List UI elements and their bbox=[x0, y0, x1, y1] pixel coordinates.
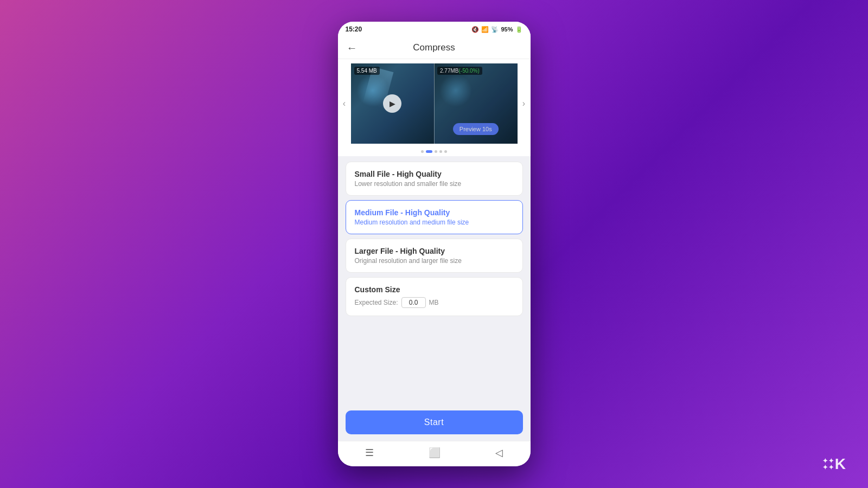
page-title: Compress bbox=[413, 42, 455, 53]
next-arrow[interactable]: › bbox=[518, 99, 531, 108]
options-area: Small File - High Quality Lower resoluti… bbox=[338, 156, 531, 406]
back-button[interactable]: ← bbox=[347, 42, 358, 54]
menu-icon[interactable]: ☰ bbox=[365, 447, 374, 459]
dot-2 bbox=[426, 150, 432, 153]
back-nav-icon[interactable]: ◁ bbox=[495, 447, 503, 459]
compression-ratio: (-50.0%) bbox=[458, 68, 479, 74]
original-size-badge: 5.54 MB bbox=[354, 67, 380, 75]
preview-button[interactable]: Preview 10s bbox=[453, 123, 499, 135]
light-effect-3 bbox=[439, 74, 472, 107]
compressed-size-text: 2.77MB bbox=[440, 68, 458, 74]
option-small-desc: Lower resolution and smaller file size bbox=[355, 180, 514, 188]
video-panel-compressed: 2.77MB(-50.0%) Preview 10s bbox=[434, 63, 518, 144]
battery-icon: 🔋 bbox=[515, 26, 523, 33]
size-unit: MB bbox=[429, 299, 439, 306]
watermark-dots: ✦✦✦✦ bbox=[822, 458, 834, 471]
prev-arrow[interactable]: ‹ bbox=[338, 99, 351, 108]
dot-5 bbox=[444, 150, 447, 153]
option-medium-title: Medium File - High Quality bbox=[355, 208, 514, 217]
status-icons: 🔇 📶 📡 95% 🔋 bbox=[471, 26, 522, 33]
dot-1 bbox=[421, 150, 424, 153]
progress-dots bbox=[338, 148, 531, 156]
option-large-file[interactable]: Larger File - High Quality Original reso… bbox=[346, 239, 523, 273]
option-medium-desc: Medium resolution and medium file size bbox=[355, 219, 514, 226]
mute-icon: 🔇 bbox=[471, 26, 479, 33]
custom-size-title: Custom Size bbox=[355, 285, 514, 294]
top-nav: ← Compress bbox=[338, 37, 531, 59]
option-small-file[interactable]: Small File - High Quality Lower resoluti… bbox=[346, 162, 523, 196]
custom-size-input[interactable] bbox=[401, 297, 426, 308]
compressed-size-badge: 2.77MB(-50.0%) bbox=[437, 67, 482, 75]
expected-size-label: Expected Size: bbox=[355, 299, 398, 306]
video-panels: 5.54 MB ▶ 2.77MB(-50.0%) Preview 10s bbox=[351, 63, 518, 144]
start-button[interactable]: Start bbox=[346, 410, 523, 434]
watermark-letter: K bbox=[835, 455, 845, 472]
home-icon[interactable]: ⬜ bbox=[429, 447, 441, 459]
wifi-icon: 📶 bbox=[481, 26, 489, 33]
video-preview-container: ‹ 5.54 MB ▶ 2.77MB(-50.0%) Preview 10s › bbox=[338, 59, 531, 148]
dot-4 bbox=[439, 150, 442, 153]
signal-icon: 📡 bbox=[491, 26, 499, 33]
option-large-title: Larger File - High Quality bbox=[355, 247, 514, 255]
panel-divider bbox=[434, 63, 435, 144]
option-large-desc: Original resolution and larger file size bbox=[355, 257, 514, 265]
watermark: ✦✦✦✦K bbox=[822, 455, 845, 473]
status-time: 15:20 bbox=[346, 25, 362, 33]
video-panel-original: 5.54 MB ▶ bbox=[351, 63, 435, 144]
dot-3 bbox=[435, 150, 437, 153]
play-button[interactable]: ▶ bbox=[383, 94, 401, 113]
battery-level: 95% bbox=[501, 26, 513, 33]
option-small-title: Small File - High Quality bbox=[355, 170, 514, 178]
option-medium-file[interactable]: Medium File - High Quality Medium resolu… bbox=[346, 200, 523, 234]
bottom-nav: ☰ ⬜ ◁ bbox=[338, 441, 531, 466]
status-bar: 15:20 🔇 📶 📡 95% 🔋 bbox=[338, 22, 531, 37]
start-button-area: Start bbox=[338, 406, 531, 441]
phone-frame: 15:20 🔇 📶 📡 95% 🔋 ← Compress ‹ 5.54 MB ▶ bbox=[338, 22, 531, 466]
custom-size-row: Expected Size: MB bbox=[355, 297, 514, 308]
option-custom-size[interactable]: Custom Size Expected Size: MB bbox=[346, 277, 523, 316]
